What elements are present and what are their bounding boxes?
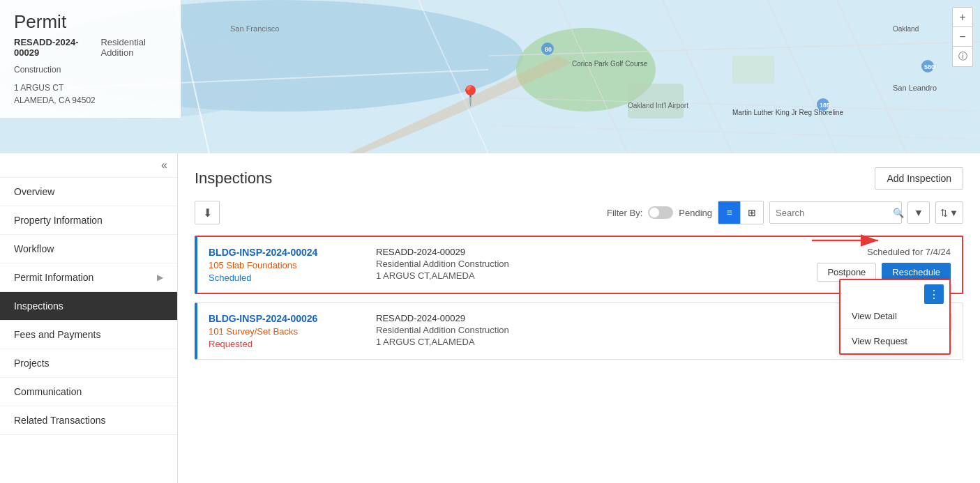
permit-category: Construction bbox=[14, 63, 167, 76]
grid-view-btn[interactable]: ⊞ bbox=[741, 201, 763, 224]
sidebar-item-communication-label: Communication bbox=[14, 386, 82, 397]
sidebar-item-communication[interactable]: Communication bbox=[0, 378, 177, 406]
card-address-1: 1 ARGUS CT,ALAMEDA bbox=[376, 270, 755, 281]
inspection-id-1[interactable]: BLDG-INSP-2024-00024 bbox=[209, 247, 362, 258]
sidebar-item-permit-info-label: Permit Information bbox=[14, 272, 93, 283]
sort-icon: ⇅ bbox=[940, 208, 948, 218]
toolbar: ⬇ Filter By: Pending ≡ ⊞ bbox=[195, 201, 963, 224]
sidebar-item-workflow[interactable]: Workflow bbox=[0, 235, 177, 263]
sidebar-item-fees[interactable]: Fees and Payments bbox=[0, 321, 177, 349]
inspection-desc-1: 105 Slab Foundations bbox=[209, 260, 362, 270]
sort-chevron-icon: ▼ bbox=[949, 208, 958, 218]
card-right-1: Scheduled for 7/4/24 Postpone Reschedule bbox=[769, 247, 951, 282]
filter-button[interactable]: ▼ bbox=[907, 201, 930, 224]
svg-text:San Leandro: San Leandro bbox=[893, 84, 937, 92]
list-view-icon: ≡ bbox=[726, 207, 732, 218]
card-middle-1: RESADD-2024-00029 Residential Addition C… bbox=[376, 247, 755, 281]
sidebar-item-overview[interactable]: Overview bbox=[0, 178, 177, 206]
map-info[interactable]: ⓘ bbox=[953, 47, 972, 66]
filter-icon: ▼ bbox=[914, 207, 924, 218]
map-controls: + − ⓘ bbox=[952, 7, 973, 67]
pending-label: Pending bbox=[679, 208, 712, 218]
map-zoom-out[interactable]: − bbox=[953, 27, 972, 47]
card-address-2: 1 ARGUS CT,ALAMEDA bbox=[376, 337, 756, 347]
grid-view-icon: ⊞ bbox=[748, 207, 756, 218]
sidebar: « Overview Property Information Workflow… bbox=[0, 153, 178, 483]
main-content: « Overview Property Information Workflow… bbox=[0, 153, 980, 483]
download-button[interactable]: ⬇ bbox=[195, 201, 220, 224]
pending-toggle[interactable] bbox=[648, 206, 673, 219]
card-row-1: BLDG-INSP-2024-00024 105 Slab Foundation… bbox=[209, 247, 951, 283]
sidebar-item-property[interactable]: Property Information bbox=[0, 206, 177, 235]
sidebar-item-projects[interactable]: Projects bbox=[0, 349, 177, 378]
view-toggle: ≡ ⊞ bbox=[718, 201, 764, 224]
search-input[interactable] bbox=[776, 208, 893, 218]
inspection-card-1: BLDG-INSP-2024-00024 105 Slab Foundation… bbox=[195, 236, 963, 294]
inspection-status-2: Requested bbox=[209, 339, 362, 349]
svg-text:Corica Park Golf Course: Corica Park Golf Course bbox=[572, 60, 648, 68]
sidebar-collapse-btn[interactable]: « bbox=[158, 158, 170, 173]
view-detail-item[interactable]: View Detail bbox=[840, 304, 949, 329]
filter-section: Filter By: Pending ≡ ⊞ bbox=[607, 201, 963, 224]
permit-address-line1: 1 ARGUS CT bbox=[14, 83, 63, 93]
permit-address: 1 ARGUS CT ALAMEDA, CA 94502 bbox=[14, 82, 167, 107]
permit-header: Permit RESADD-2024-00029 Residential Add… bbox=[0, 0, 181, 118]
permit-title: Permit bbox=[14, 11, 167, 33]
card-left-2: BLDG-INSP-2024-00026 101 Survey/Set Back… bbox=[209, 313, 362, 349]
sidebar-item-fees-label: Fees and Payments bbox=[14, 329, 101, 340]
search-box: 🔍 bbox=[769, 201, 902, 224]
search-icon: 🔍 bbox=[893, 208, 904, 218]
svg-text:Oakland Int'l Airport: Oakland Int'l Airport bbox=[628, 102, 688, 109]
content-header: Inspections Add Inspection bbox=[195, 167, 963, 190]
sidebar-item-permit-info[interactable]: Permit Information ▶ bbox=[0, 263, 177, 292]
svg-text:80: 80 bbox=[545, 46, 552, 53]
sidebar-item-projects-label: Projects bbox=[14, 358, 50, 369]
content-area: Inspections Add Inspection ⬇ Filter By: … bbox=[178, 153, 980, 483]
list-view-btn[interactable]: ≡ bbox=[718, 201, 741, 224]
sidebar-item-related-label: Related Transactions bbox=[14, 415, 106, 426]
toggle-knob bbox=[649, 208, 659, 217]
map-zoom-in[interactable]: + bbox=[953, 8, 972, 27]
inspection-id-2[interactable]: BLDG-INSP-2024-00026 bbox=[209, 313, 362, 324]
sidebar-item-property-label: Property Information bbox=[14, 215, 103, 226]
inspection-status-1: Scheduled bbox=[209, 273, 362, 283]
card-permit-id-2: RESADD-2024-00029 bbox=[376, 313, 756, 323]
sidebar-item-workflow-label: Workflow bbox=[14, 243, 54, 254]
sidebar-collapse-section: « bbox=[0, 153, 177, 178]
card-middle-2: RESADD-2024-00029 Residential Addition C… bbox=[376, 313, 756, 347]
svg-rect-15 bbox=[732, 56, 774, 84]
sort-button[interactable]: ⇅ ▼ bbox=[935, 201, 963, 224]
permit-address-line2: ALAMEDA, CA 94502 bbox=[14, 95, 96, 105]
filter-by-label: Filter By: bbox=[607, 208, 642, 218]
sidebar-item-inspections[interactable]: Inspections bbox=[0, 292, 177, 321]
svg-text:Oakland: Oakland bbox=[893, 25, 919, 33]
permit-id: RESADD-2024-00029 bbox=[14, 37, 88, 58]
map-area: San Francisco Corica Park Golf Course Oa… bbox=[0, 0, 980, 153]
card-left-1: BLDG-INSP-2024-00024 105 Slab Foundation… bbox=[209, 247, 362, 283]
map-pin: 📍 bbox=[458, 84, 483, 107]
svg-text:580: 580 bbox=[924, 63, 935, 70]
svg-text:185: 185 bbox=[820, 102, 830, 109]
app-container: San Francisco Corica Park Golf Course Oa… bbox=[0, 0, 980, 483]
card-permit-id-1: RESADD-2024-00029 bbox=[376, 247, 755, 257]
view-request-item[interactable]: View Request bbox=[840, 329, 949, 353]
dropdown-popup-1: ⋮ View Detail View Request bbox=[839, 279, 951, 355]
sidebar-item-inspections-label: Inspections bbox=[14, 300, 63, 312]
svg-text:Martin Luther King Jr Reg Shor: Martin Luther King Jr Reg Shoreline bbox=[732, 109, 843, 116]
page-title: Inspections bbox=[195, 169, 272, 187]
permit-type: Residential Addition bbox=[100, 37, 167, 58]
sidebar-item-related[interactable]: Related Transactions bbox=[0, 406, 177, 435]
svg-text:San Francisco: San Francisco bbox=[230, 24, 279, 33]
add-inspection-button[interactable]: Add Inspection bbox=[875, 167, 963, 190]
dropdown-header: ⋮ bbox=[840, 280, 949, 304]
scheduled-date-1: Scheduled for 7/4/24 bbox=[867, 247, 951, 257]
card-permit-type-2: Residential Addition Construction bbox=[376, 325, 756, 335]
svg-rect-14 bbox=[628, 84, 684, 118]
dropdown-more-btn[interactable]: ⋮ bbox=[924, 284, 944, 304]
card-permit-type-1: Residential Addition Construction bbox=[376, 259, 755, 269]
inspection-desc-2: 101 Survey/Set Backs bbox=[209, 326, 362, 337]
download-icon: ⬇ bbox=[203, 206, 212, 220]
chevron-right-icon: ▶ bbox=[157, 273, 163, 282]
sidebar-item-overview-label: Overview bbox=[14, 186, 54, 197]
